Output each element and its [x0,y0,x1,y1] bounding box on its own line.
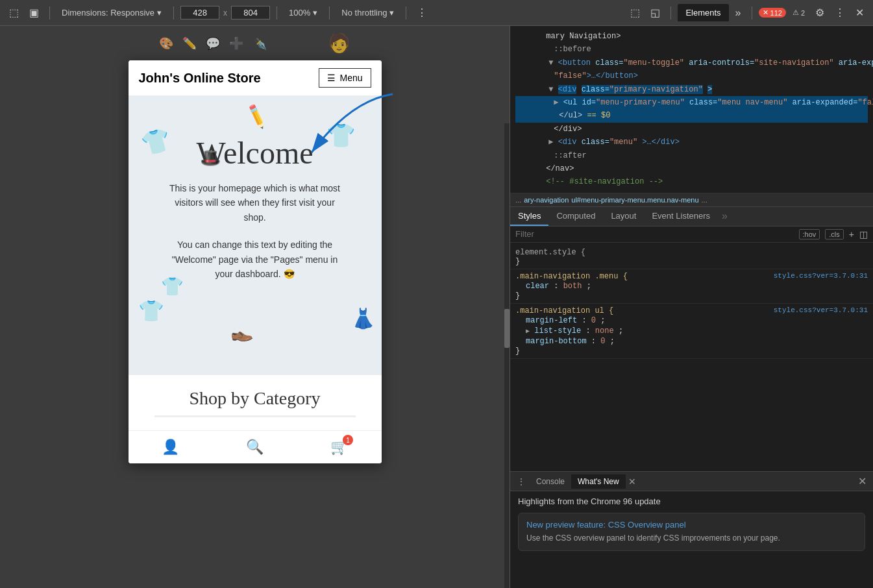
css-property-margin-left[interactable]: margin-left : 0 ; [515,315,868,326]
close-bottom-panel-btn[interactable]: ✕ [854,475,870,487]
dom-line-selected[interactable]: <div class="primary-navigation" > [515,83,868,96]
breadcrumb-item-ul[interactable]: ul#menu-primary-menu.menu.nav-menu [571,196,698,204]
dom-tree: mary Navigation> ::before <button class=… [510,26,873,193]
settings-btn[interactable]: ⚙ [811,4,828,21]
breadcrumb-end-more[interactable]: ... [702,196,707,204]
expand-icon[interactable] [548,85,553,94]
paint-bucket-icon[interactable]: 🎨 [159,36,173,51]
css-source-link[interactable]: style.css?ver=3.7.0:31 [774,272,868,280]
viewport-scrollbar-thumb[interactable] [504,309,510,348]
hov-btn[interactable]: :hov [799,229,820,239]
cls-btn[interactable]: .cls [825,229,844,239]
expand-icon[interactable] [548,58,553,67]
dom-line: </div> [515,123,868,136]
breadcrumb-bar: ... ary-navigation ul#menu-primary-menu.… [510,193,873,207]
warning-icon: ⚠ [793,8,799,17]
pencil-icon[interactable]: ✏️ [182,36,197,51]
close-whats-new-btn[interactable]: ✕ [626,476,639,487]
css-rule-element-style: element.style { } [510,245,873,269]
menu-button[interactable]: ☰ Menu [319,68,371,88]
filter-input[interactable] [515,229,794,239]
cart-icon[interactable]: 🛒 1 [330,439,348,456]
dom-line[interactable]: <div class="menu" >…</div> [515,136,868,149]
toolbar-left: ⬚ ▣ Dimensions: Responsive ▾ x 100% ▾ No… [5,4,431,21]
css-property-margin-bottom[interactable]: margin-bottom : 0 ; [515,336,868,347]
dom-line[interactable]: <button class="menu-toggle" aria-control… [515,56,868,69]
css-close-brace: } [515,291,868,300]
console-tab[interactable]: Console [530,474,571,489]
css-close-brace: } [515,347,868,356]
top-toolbar: ⬚ ▣ Dimensions: Responsive ▾ x 100% ▾ No… [0,0,873,26]
breadcrumb-item-nav[interactable]: ary-navigation [524,196,569,204]
add-style-btn[interactable]: + [849,229,854,239]
tab-styles[interactable]: Styles [510,207,548,226]
css-rule-main-nav-ul: style.css?ver=3.7.0:31 .main-navigation … [510,304,873,359]
width-input[interactable] [180,6,219,19]
feature-link[interactable]: New preview feature: CSS Overview panel [526,520,857,530]
shop-title: Shop by Category [141,388,369,409]
expand-icon[interactable] [554,98,558,107]
sep-4 [329,6,330,19]
css-property-list-style[interactable]: ▶ list-style : none ; [515,326,868,336]
more-devtools-btn[interactable]: ⋮ [831,4,849,21]
styles-tabs: Styles Computed Layout Event Listeners » [510,207,873,227]
css-rules: element.style { } style.css?ver=3.7.0:31… [510,243,873,471]
css-property[interactable]: clear : both ; [515,281,868,291]
edit-icon[interactable]: ✒️ [252,36,267,51]
height-input[interactable] [231,6,270,19]
plus-icon[interactable]: ➕ [229,36,243,51]
avatar-icon[interactable]: 🧑 [328,32,350,54]
shop-section: Shop by Category [129,375,382,430]
more-tabs-icon[interactable]: » [718,210,732,222]
dom-line: <!-- #site-navigation --> [515,175,868,188]
toggle-sidebar-btn[interactable]: ◫ [859,229,868,239]
speech-bubble-icon[interactable]: 💬 [206,36,220,51]
bottom-panel-more-btn[interactable]: ⋮ [513,476,530,487]
deco-shirt-topright: 👕 [326,122,356,149]
styles-panel: Styles Computed Layout Event Listeners »… [510,207,873,471]
tab-computed[interactable]: Computed [548,207,603,226]
element-picker-btn[interactable]: ⬚ [626,4,644,21]
cursor-tool-btn[interactable]: ⬚ [5,4,23,21]
sep-1 [49,6,50,19]
device-toggle-btn[interactable]: ▣ [25,4,43,21]
dom-line: "false">…</button> [515,69,868,82]
tab-layout[interactable]: Layout [603,207,644,226]
dom-line: mary Navigation> [515,30,868,43]
css-close-brace: } [515,257,868,266]
dom-line[interactable]: <ul id="menu-primary-menu" class="menu n… [515,96,868,109]
feature-card: New preview feature: CSS Overview panel … [518,513,865,551]
dimension-separator: x [222,8,228,18]
dom-line: </ul> == $0 [515,109,868,122]
throttling-btn[interactable]: No throttling ▾ [336,5,399,20]
device-mode-btn[interactable]: ◱ [646,4,664,21]
css-source-link[interactable]: style.css?ver=3.7.0:31 [774,306,868,314]
css-rule-header: style.css?ver=3.7.0:31 .main-navigation … [515,306,868,315]
more-options-btn[interactable]: ⋮ [413,4,431,21]
menu-label: Menu [339,73,362,83]
tab-event-listeners[interactable]: Event Listeners [644,207,718,226]
search-icon[interactable]: 🔍 [246,439,264,456]
deco-hat: 🎩 [200,148,221,168]
css-rule-main-nav-menu: style.css?ver=3.7.0:31 .main-navigation … [510,269,873,304]
filter-bar: :hov .cls + ◫ [510,227,873,243]
elements-tab[interactable]: Elements [678,4,728,21]
expand-icon[interactable] [548,138,553,147]
more-tabs-btn[interactable]: » [732,5,745,21]
dimensions-btn[interactable]: Dimensions: Responsive ▾ [56,5,167,20]
whats-new-tab[interactable]: What's New [571,474,626,489]
chevron-down-icon: ▾ [313,8,317,18]
feature-desc: Use the CSS overview panel to identify C… [526,532,857,544]
viewport-scrollbar[interactable] [504,123,510,588]
chevron-down-icon: ▾ [389,8,394,18]
dom-line: </nav> [515,162,868,175]
css-selector[interactable]: element.style { [515,248,868,257]
store-title: John's Online Store [139,71,261,86]
expand-list-style-icon[interactable]: ▶ [526,328,530,335]
breadcrumb-more-btn[interactable]: ... [515,196,521,204]
error-badge: ✕ 112 [759,8,786,18]
warning-badge: ⚠ 2 [789,8,809,18]
zoom-btn[interactable]: 100% ▾ [284,5,323,20]
account-icon[interactable]: 👤 [162,439,179,456]
close-devtools-btn[interactable]: ✕ [852,4,868,21]
